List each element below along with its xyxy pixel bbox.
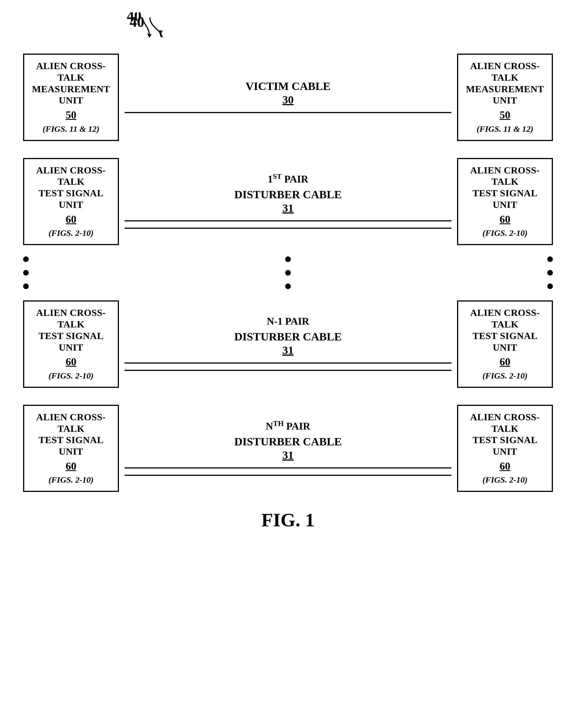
unit-number: 60 [500,212,510,226]
dots-section [23,257,553,289]
dot [23,257,29,262]
cable-num: 31 [282,449,294,462]
cable-name: DISTURBER CABLE [234,435,342,449]
box-line2: TEST SIGNAL [472,188,538,199]
box-line1: ALIEN CROSS-TALK [462,411,548,435]
cable-num: 31 [282,344,294,357]
cable-name: DISTURBER CABLE [234,330,342,344]
measurement-unit-right-top: ALIEN CROSS-TALK MEASUREMENT UNIT 50 (FI… [457,54,553,141]
dot [285,284,291,289]
disturber-cable-section-2: N-1 PAIR DISTURBER CABLE 31 [119,315,457,373]
box-line2: TEST SIGNAL [38,188,104,199]
unit-number: 60 [500,459,510,473]
box-line3: UNIT [59,199,83,211]
pair-row-2: ALIEN CROSS-TALK TEST SIGNAL UNIT 60 (FI… [23,300,553,388]
pair-row-1: ALIEN CROSS-TALK TEST SIGNAL UNIT 60 (FI… [23,158,553,245]
unit-ref: (FIGS. 11 & 12) [477,123,534,134]
unit-ref: (FIGS. 2-10) [483,474,527,485]
dot [547,257,553,262]
unit-ref: (FIGS. 2-10) [483,227,527,238]
unit-ref: (FIGS. 2-10) [483,370,527,381]
dot [23,284,29,289]
dot [547,284,553,289]
dot [285,257,291,262]
box-line2: MEASUREMENT [466,83,544,95]
dots-left [23,257,29,289]
box-line2: TEST SIGNAL [472,434,538,446]
victim-cable-section: VICTIM CABLE 30 [119,80,457,115]
box-line1: ALIEN CROSS-TALK [28,411,114,435]
cable-name-label: VICTIM CABLE [246,80,330,93]
unit-ref: (FIGS. 2-10) [49,227,93,238]
box-line3: UNIT [493,95,517,106]
unit-number: 60 [66,459,76,473]
cable-number-label: 30 [282,93,294,106]
box-line1: ALIEN CROSS-TALK [28,307,114,330]
figure-label: FIG. 1 [23,509,553,531]
box-line2: MEASUREMENT [32,83,110,95]
unit-number: 60 [500,355,510,369]
test-signal-unit-left-1: ALIEN CROSS-TALK TEST SIGNAL UNIT 60 (FI… [23,158,119,245]
box-line3: UNIT [493,199,517,211]
box-line3: UNIT [59,342,83,353]
box-line1: ALIEN CROSS-TALK [28,165,114,188]
box-line1: ALIEN CROSS-TALK [462,307,548,330]
svg-text:40: 40 [127,12,141,24]
pair-row-3: ALIEN CROSS-TALK TEST SIGNAL UNIT 60 (FI… [23,405,553,492]
measurement-unit-left-top: ALIEN CROSS-TALK MEASUREMENT UNIT 50 (FI… [23,54,119,141]
svg-marker-2 [147,33,152,38]
disturber-cable-section-3: NTH PAIR DISTURBER CABLE 31 [119,420,457,478]
cable-name: DISTURBER CABLE [234,188,342,201]
dots-right [547,257,553,289]
test-signal-unit-right-1: ALIEN CROSS-TALK TEST SIGNAL UNIT 60 (FI… [457,158,553,245]
pair-label-1: 1ST PAIR [268,172,308,185]
box-line3: UNIT [493,446,517,458]
box-line2: TEST SIGNAL [38,330,104,342]
page: 40 40 ALIEN CROSS-TALK MEASUREMENT UNIT … [0,0,576,728]
dot [285,270,291,276]
test-signal-unit-right-3: ALIEN CROSS-TALK TEST SIGNAL UNIT 60 (FI… [457,405,553,492]
pair-label-2: N-1 PAIR [267,315,309,327]
unit-ref: (FIGS. 11 & 12) [42,123,99,134]
unit-number: 50 [66,108,76,122]
unit-number: 60 [66,212,76,226]
unit-number: 60 [66,355,76,369]
disturber-cable-section-1: 1ST PAIR DISTURBER CABLE 31 [119,172,457,231]
box-line3: UNIT [59,95,83,106]
dot [23,270,29,276]
box-line3: UNIT [59,446,83,458]
fig-arrow-icon: 40 [127,12,161,41]
box-line1: ALIEN CROSS-TALK [462,165,548,188]
unit-ref: (FIGS. 2-10) [49,370,93,381]
box-line3: UNIT [493,342,517,353]
top-row: ALIEN CROSS-TALK MEASUREMENT UNIT 50 (FI… [23,54,553,141]
cable-num: 31 [282,201,294,215]
unit-ref: (FIGS. 2-10) [49,474,93,485]
test-signal-unit-left-2: ALIEN CROSS-TALK TEST SIGNAL UNIT 60 (FI… [23,300,119,388]
dot [547,270,553,276]
test-signal-unit-right-2: ALIEN CROSS-TALK TEST SIGNAL UNIT 60 (FI… [457,300,553,388]
unit-number: 50 [500,108,510,122]
test-signal-unit-left-3: ALIEN CROSS-TALK TEST SIGNAL UNIT 60 (FI… [23,405,119,492]
box-line1: ALIEN CROSS-TALK [462,60,548,83]
box-line2: TEST SIGNAL [472,330,538,342]
dots-center [285,257,291,289]
box-line2: TEST SIGNAL [38,434,104,446]
box-line1: ALIEN CROSS-TALK [28,60,114,83]
pair-label-3: NTH PAIR [266,420,310,432]
